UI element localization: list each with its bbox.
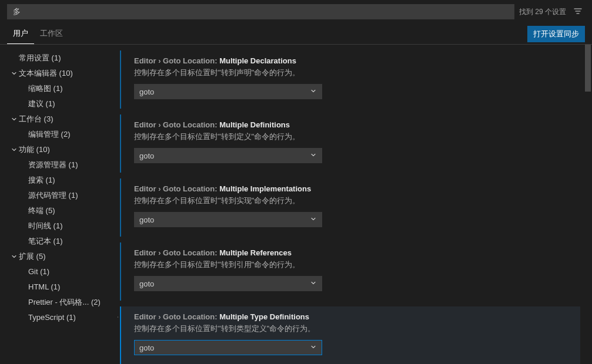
scrollbar[interactable]: [584, 45, 592, 364]
outline-item[interactable]: 搜索 (1): [9, 173, 118, 188]
setting-name: Multiple References: [219, 248, 292, 257]
search-result-count: 找到 29 个设置: [519, 7, 566, 17]
setting-value: goto: [139, 215, 154, 224]
search-bar: 找到 29 个设置: [0, 0, 592, 23]
outline-label: 文本编辑器 (10): [19, 67, 73, 80]
outline-label: Prettier - 代码格... (2): [28, 296, 101, 309]
setting-item[interactable]: Editor › Goto Location: Multiple Declara…: [120, 50, 580, 109]
tab-workspace[interactable]: 工作区: [34, 23, 69, 44]
outline-item-expandable[interactable]: 扩展 (5): [9, 249, 118, 264]
setting-description: 控制存在多个目标位置时"转到定义"命令的行为。: [134, 132, 572, 142]
outline-label: TypeScript (1): [28, 311, 76, 324]
setting-title: Editor › Goto Location: Multiple Referen…: [134, 248, 572, 257]
outline-item[interactable]: 笔记本 (1): [9, 234, 118, 249]
chevron-down-icon: [310, 151, 317, 160]
settings-outline: 常用设置 (1)文本编辑器 (10)缩略图 (1)建议 (1)工作台 (3)编辑…: [0, 45, 118, 364]
setting-title: Editor › Goto Location: Multiple Type De…: [134, 312, 572, 321]
setting-description: 控制存在多个目标位置时"转到声明"命令的行为。: [134, 68, 572, 78]
setting-breadcrumb: Editor › Goto Location:: [134, 184, 219, 193]
outline-label: 搜索 (1): [28, 174, 55, 187]
outline-label: 工作台 (3): [19, 113, 53, 126]
setting-title: Editor › Goto Location: Multiple Declara…: [134, 56, 572, 65]
setting-name: Multiple Definitions: [219, 120, 290, 129]
setting-item[interactable]: Editor › Goto Location: Multiple Type De…: [120, 306, 580, 364]
outline-label: 笔记本 (1): [28, 235, 63, 248]
setting-breadcrumb: Editor › Goto Location:: [134, 312, 219, 321]
setting-select[interactable]: goto: [134, 212, 322, 227]
setting-value: goto: [139, 279, 154, 288]
setting-select[interactable]: goto: [134, 340, 322, 355]
chevron-down-icon: [9, 70, 19, 77]
outline-item[interactable]: 建议 (1): [9, 96, 118, 112]
setting-breadcrumb: Editor › Goto Location:: [134, 248, 219, 257]
filter-icon[interactable]: [571, 5, 585, 19]
outline-item[interactable]: 缩略图 (1): [9, 81, 118, 96]
chevron-down-icon: [310, 87, 317, 96]
outline-item[interactable]: Prettier - 代码格... (2): [9, 295, 118, 310]
outline-label: 常用设置 (1): [19, 52, 61, 65]
outline-label: 终端 (5): [28, 204, 55, 217]
setting-value: goto: [139, 87, 154, 96]
setting-description: 控制存在多个目标位置时"转到类型定义"命令的行为。: [134, 323, 572, 334]
setting-value: goto: [139, 151, 154, 160]
outline-label: 扩展 (5): [19, 250, 46, 263]
outline-item[interactable]: 终端 (5): [9, 203, 118, 218]
outline-item[interactable]: TypeScript (1): [9, 310, 118, 325]
outline-item[interactable]: 编辑管理 (2): [9, 127, 118, 142]
setting-select[interactable]: goto: [134, 84, 322, 99]
setting-name: Multiple Type Definitions: [219, 312, 309, 321]
chevron-down-icon: [9, 146, 19, 153]
setting-item[interactable]: Editor › Goto Location: Multiple Referen…: [120, 242, 580, 301]
setting-select[interactable]: goto: [134, 148, 322, 163]
chevron-down-icon: [310, 279, 317, 288]
outline-label: 功能 (10): [19, 143, 50, 156]
outline-label: HTML (1): [28, 281, 60, 294]
chevron-down-icon: [310, 215, 317, 224]
outline-item-expandable[interactable]: 功能 (10): [9, 142, 118, 157]
outline-item[interactable]: 时间线 (1): [9, 218, 118, 234]
outline-label: 缩略图 (1): [28, 82, 63, 95]
setting-description: 控制存在多个目标位置时"转到实现"命令的行为。: [134, 196, 572, 206]
setting-description: 控制存在多个目标位置时"转到引用"命令的行为。: [134, 259, 572, 270]
scrollbar-thumb[interactable]: [585, 45, 591, 92]
setting-value: goto: [139, 343, 154, 352]
open-settings-sync-button[interactable]: 打开设置同步: [527, 26, 585, 42]
gear-icon[interactable]: [118, 312, 119, 323]
outline-item-expandable[interactable]: 工作台 (3): [9, 112, 118, 127]
setting-item[interactable]: Editor › Goto Location: Multiple Impleme…: [120, 178, 580, 237]
chevron-down-icon: [9, 116, 19, 123]
outline-label: 建议 (1): [28, 97, 55, 110]
setting-item[interactable]: Editor › Goto Location: Multiple Definit…: [120, 114, 580, 173]
setting-select[interactable]: goto: [134, 276, 322, 291]
outline-item[interactable]: 常用设置 (1): [9, 50, 118, 66]
setting-title: Editor › Goto Location: Multiple Definit…: [134, 120, 572, 129]
search-input[interactable]: [7, 4, 514, 19]
outline-item-expandable[interactable]: 文本编辑器 (10): [9, 66, 118, 81]
outline-item[interactable]: HTML (1): [9, 279, 118, 295]
outline-item[interactable]: 资源管理器 (1): [9, 157, 118, 173]
outline-label: 资源管理器 (1): [28, 159, 78, 171]
chevron-down-icon: [9, 253, 19, 260]
tab-user[interactable]: 用户: [7, 23, 34, 44]
setting-breadcrumb: Editor › Goto Location:: [134, 120, 219, 129]
outline-label: 时间线 (1): [28, 220, 63, 232]
setting-breadcrumb: Editor › Goto Location:: [134, 56, 219, 65]
chevron-down-icon: [310, 343, 317, 352]
outline-label: 源代码管理 (1): [28, 189, 78, 202]
outline-item[interactable]: Git (1): [9, 264, 118, 279]
outline-label: Git (1): [28, 265, 49, 278]
settings-list: Editor › Goto Location: Multiple Declara…: [118, 45, 592, 364]
outline-label: 编辑管理 (2): [28, 128, 71, 141]
setting-name: Multiple Declarations: [219, 56, 296, 65]
setting-title: Editor › Goto Location: Multiple Impleme…: [134, 184, 572, 193]
tabs-row: 用户 工作区 打开设置同步: [0, 23, 592, 45]
setting-name: Multiple Implementations: [219, 184, 311, 193]
outline-item[interactable]: 源代码管理 (1): [9, 188, 118, 203]
